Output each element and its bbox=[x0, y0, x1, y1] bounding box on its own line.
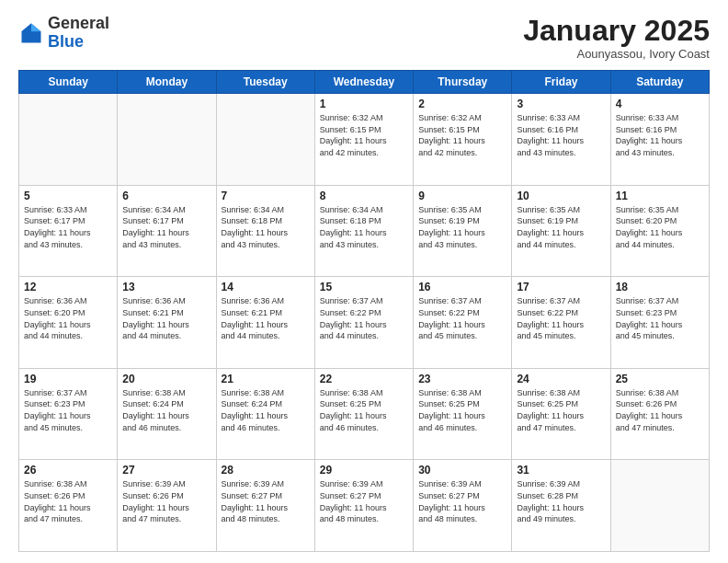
calendar-cell: 5Sunrise: 6:33 AMSunset: 6:17 PMDaylight… bbox=[19, 185, 118, 277]
subtitle: Aounyassou, Ivory Coast bbox=[523, 47, 710, 61]
calendar-cell: 6Sunrise: 6:34 AMSunset: 6:17 PMDaylight… bbox=[118, 185, 216, 277]
day-info: Sunrise: 6:37 AMSunset: 6:22 PMDaylight:… bbox=[418, 295, 506, 341]
weekday-header-wednesday: Wednesday bbox=[314, 71, 413, 94]
day-info: Sunrise: 6:35 AMSunset: 6:19 PMDaylight:… bbox=[517, 204, 605, 250]
day-info: Sunrise: 6:38 AMSunset: 6:25 PMDaylight:… bbox=[320, 387, 408, 433]
day-number: 27 bbox=[122, 464, 210, 477]
day-number: 10 bbox=[517, 190, 605, 202]
logo-icon bbox=[18, 20, 44, 46]
day-info: Sunrise: 6:36 AMSunset: 6:20 PMDaylight:… bbox=[24, 295, 112, 341]
month-title: January 2025 bbox=[523, 15, 710, 47]
calendar-cell: 19Sunrise: 6:37 AMSunset: 6:23 PMDayligh… bbox=[19, 368, 118, 460]
day-number: 1 bbox=[320, 98, 408, 110]
day-number: 26 bbox=[24, 464, 112, 477]
day-number: 17 bbox=[517, 281, 605, 293]
day-info: Sunrise: 6:34 AMSunset: 6:17 PMDaylight:… bbox=[122, 204, 210, 250]
weekday-header-sunday: Sunday bbox=[19, 71, 118, 94]
calendar-cell: 11Sunrise: 6:35 AMSunset: 6:20 PMDayligh… bbox=[610, 185, 709, 277]
calendar-cell: 24Sunrise: 6:38 AMSunset: 6:25 PMDayligh… bbox=[512, 368, 610, 460]
calendar-cell bbox=[216, 94, 314, 186]
calendar-cell: 22Sunrise: 6:38 AMSunset: 6:25 PMDayligh… bbox=[314, 368, 413, 460]
title-block: January 2025 Aounyassou, Ivory Coast bbox=[523, 15, 710, 61]
day-number: 28 bbox=[222, 464, 310, 477]
day-info: Sunrise: 6:37 AMSunset: 6:22 PMDaylight:… bbox=[517, 295, 605, 341]
calendar-cell: 17Sunrise: 6:37 AMSunset: 6:22 PMDayligh… bbox=[512, 277, 610, 369]
day-info: Sunrise: 6:39 AMSunset: 6:27 PMDaylight:… bbox=[320, 478, 408, 524]
day-info: Sunrise: 6:38 AMSunset: 6:24 PMDaylight:… bbox=[122, 387, 210, 433]
day-number: 14 bbox=[222, 281, 310, 293]
logo-text: General Blue bbox=[48, 15, 109, 52]
week-row-3: 12Sunrise: 6:36 AMSunset: 6:20 PMDayligh… bbox=[19, 277, 710, 369]
day-info: Sunrise: 6:34 AMSunset: 6:18 PMDaylight:… bbox=[320, 204, 408, 250]
calendar-cell bbox=[610, 460, 709, 552]
svg-marker-1 bbox=[31, 23, 41, 31]
calendar-cell: 28Sunrise: 6:39 AMSunset: 6:27 PMDayligh… bbox=[216, 460, 314, 552]
day-number: 22 bbox=[320, 373, 408, 385]
calendar-cell: 18Sunrise: 6:37 AMSunset: 6:23 PMDayligh… bbox=[610, 277, 709, 369]
calendar-cell: 26Sunrise: 6:38 AMSunset: 6:26 PMDayligh… bbox=[19, 460, 118, 552]
day-number: 8 bbox=[320, 190, 408, 202]
day-info: Sunrise: 6:37 AMSunset: 6:22 PMDaylight:… bbox=[320, 295, 408, 341]
logo-blue: Blue bbox=[48, 32, 84, 51]
weekday-header-thursday: Thursday bbox=[414, 71, 512, 94]
day-number: 15 bbox=[320, 281, 408, 293]
calendar-cell: 1Sunrise: 6:32 AMSunset: 6:15 PMDaylight… bbox=[314, 94, 413, 186]
day-info: Sunrise: 6:38 AMSunset: 6:25 PMDaylight:… bbox=[517, 387, 605, 433]
weekday-header-row: SundayMondayTuesdayWednesdayThursdayFrid… bbox=[19, 71, 710, 94]
day-number: 6 bbox=[122, 190, 210, 202]
day-info: Sunrise: 6:39 AMSunset: 6:27 PMDaylight:… bbox=[222, 478, 310, 524]
weekday-header-saturday: Saturday bbox=[610, 71, 709, 94]
day-number: 11 bbox=[616, 190, 704, 202]
day-info: Sunrise: 6:35 AMSunset: 6:19 PMDaylight:… bbox=[418, 204, 506, 250]
week-row-4: 19Sunrise: 6:37 AMSunset: 6:23 PMDayligh… bbox=[19, 368, 710, 460]
calendar-cell: 31Sunrise: 6:39 AMSunset: 6:28 PMDayligh… bbox=[512, 460, 610, 552]
week-row-2: 5Sunrise: 6:33 AMSunset: 6:17 PMDaylight… bbox=[19, 185, 710, 277]
day-number: 21 bbox=[222, 373, 310, 385]
calendar-cell: 3Sunrise: 6:33 AMSunset: 6:16 PMDaylight… bbox=[512, 94, 610, 186]
calendar-cell: 23Sunrise: 6:38 AMSunset: 6:25 PMDayligh… bbox=[414, 368, 512, 460]
day-info: Sunrise: 6:38 AMSunset: 6:25 PMDaylight:… bbox=[418, 387, 506, 433]
logo-general: General bbox=[48, 14, 109, 32]
day-info: Sunrise: 6:36 AMSunset: 6:21 PMDaylight:… bbox=[122, 295, 210, 341]
svg-marker-2 bbox=[22, 23, 32, 31]
calendar-cell: 27Sunrise: 6:39 AMSunset: 6:26 PMDayligh… bbox=[118, 460, 216, 552]
day-info: Sunrise: 6:38 AMSunset: 6:26 PMDaylight:… bbox=[24, 478, 112, 524]
day-number: 23 bbox=[418, 373, 506, 385]
calendar-cell: 15Sunrise: 6:37 AMSunset: 6:22 PMDayligh… bbox=[314, 277, 413, 369]
calendar-cell: 7Sunrise: 6:34 AMSunset: 6:18 PMDaylight… bbox=[216, 185, 314, 277]
day-number: 19 bbox=[24, 373, 112, 385]
day-info: Sunrise: 6:32 AMSunset: 6:15 PMDaylight:… bbox=[418, 112, 506, 158]
day-number: 9 bbox=[418, 190, 506, 202]
day-info: Sunrise: 6:33 AMSunset: 6:17 PMDaylight:… bbox=[24, 204, 112, 250]
day-number: 2 bbox=[418, 98, 506, 110]
calendar-cell: 30Sunrise: 6:39 AMSunset: 6:27 PMDayligh… bbox=[414, 460, 512, 552]
day-number: 3 bbox=[517, 98, 605, 110]
day-number: 4 bbox=[616, 98, 704, 110]
calendar-cell: 16Sunrise: 6:37 AMSunset: 6:22 PMDayligh… bbox=[414, 277, 512, 369]
calendar-cell: 21Sunrise: 6:38 AMSunset: 6:24 PMDayligh… bbox=[216, 368, 314, 460]
day-number: 31 bbox=[517, 464, 605, 477]
day-number: 5 bbox=[24, 190, 112, 202]
header: General Blue January 2025 Aounyassou, Iv… bbox=[18, 15, 710, 61]
calendar-cell: 14Sunrise: 6:36 AMSunset: 6:21 PMDayligh… bbox=[216, 277, 314, 369]
day-info: Sunrise: 6:33 AMSunset: 6:16 PMDaylight:… bbox=[517, 112, 605, 158]
calendar-cell: 9Sunrise: 6:35 AMSunset: 6:19 PMDaylight… bbox=[414, 185, 512, 277]
day-number: 30 bbox=[418, 464, 506, 477]
calendar-table: SundayMondayTuesdayWednesdayThursdayFrid… bbox=[18, 70, 710, 552]
day-number: 12 bbox=[24, 281, 112, 293]
weekday-header-monday: Monday bbox=[118, 71, 216, 94]
weekday-header-tuesday: Tuesday bbox=[216, 71, 314, 94]
weekday-header-friday: Friday bbox=[512, 71, 610, 94]
day-number: 25 bbox=[616, 373, 704, 385]
day-number: 7 bbox=[222, 190, 310, 202]
day-info: Sunrise: 6:39 AMSunset: 6:26 PMDaylight:… bbox=[122, 478, 210, 524]
day-number: 18 bbox=[616, 281, 704, 293]
calendar-cell: 10Sunrise: 6:35 AMSunset: 6:19 PMDayligh… bbox=[512, 185, 610, 277]
calendar-cell: 29Sunrise: 6:39 AMSunset: 6:27 PMDayligh… bbox=[314, 460, 413, 552]
day-info: Sunrise: 6:35 AMSunset: 6:20 PMDaylight:… bbox=[616, 204, 704, 250]
day-info: Sunrise: 6:39 AMSunset: 6:27 PMDaylight:… bbox=[418, 478, 506, 524]
day-number: 24 bbox=[517, 373, 605, 385]
calendar-cell bbox=[19, 94, 118, 186]
calendar-cell: 4Sunrise: 6:33 AMSunset: 6:16 PMDaylight… bbox=[610, 94, 709, 186]
day-info: Sunrise: 6:38 AMSunset: 6:24 PMDaylight:… bbox=[222, 387, 310, 433]
